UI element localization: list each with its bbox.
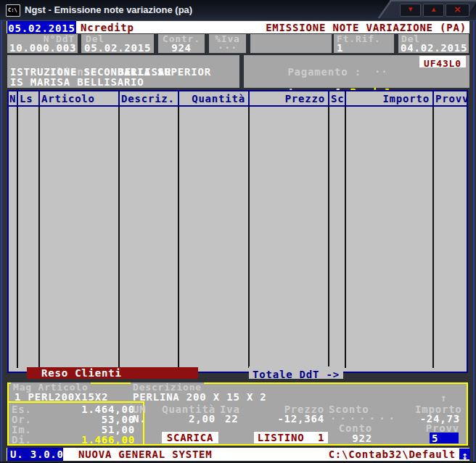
field-contr[interactable]: Contr. 924 (158, 34, 205, 53)
data-path: C:\Contab32\Default (246, 449, 456, 459)
field-contr-value[interactable]: 924 (158, 43, 205, 53)
col-header-descriz: Descriz. (121, 94, 175, 104)
column-separator (328, 107, 329, 368)
header-separator (248, 91, 250, 105)
client-name-line1: ISTRUZIONE SECONDARIA SUPERIOR (10, 67, 211, 77)
header-separator (17, 91, 18, 105)
company-name: NUOVA GENERAL SYSTEM (78, 449, 213, 459)
column-separator (38, 107, 40, 368)
provv-input[interactable]: 5 (430, 433, 459, 443)
status-bar: U. 3.0.0 NUOVA GENERAL SYSTEM C:\Contab3… (7, 448, 469, 461)
header-separator (345, 91, 346, 105)
field-ftrif[interactable]: Ft.Rif. 1 (334, 34, 394, 53)
column-separator (118, 107, 120, 368)
col-header-provv: Provv (435, 94, 469, 104)
col-header-n: N (9, 94, 17, 104)
stock-im-label: Im. (12, 425, 32, 435)
document-header-row: 05.02.2015 Ncreditp EMISSIONE NOTE VARIA… (7, 21, 469, 33)
stock-or-label: Or. (12, 414, 32, 425)
left-edge-accent (1, 20, 2, 462)
stock-di-label: Di. (12, 435, 32, 445)
conto-value[interactable]: 922 (332, 433, 372, 443)
header-separator (328, 91, 329, 105)
stock-es-value: 1.464,00 (38, 404, 135, 414)
col-header-importo: Importo (348, 94, 430, 104)
field-iva[interactable]: %Iva ··· (209, 34, 246, 53)
field-del1[interactable]: Del 05.02.2015 (81, 34, 154, 53)
right-edge-accent (473, 20, 475, 462)
window-title: Ngst - Emissione note variazione (pa) (25, 5, 192, 15)
office-code-field[interactable]: UF43L0 (419, 56, 466, 67)
column-separator (178, 107, 179, 368)
prezzo-value[interactable]: -12,364 (274, 414, 324, 424)
field-ftrif-value[interactable]: 1 (334, 43, 394, 53)
payment-panel: Pagamento :·· UF43L0 Ag.:1Bond James (244, 55, 469, 88)
close-button[interactable]: × (446, 4, 469, 17)
screen-title: EMISSIONE NOTE VARIAZIONE (PA) (246, 22, 467, 33)
field-del2[interactable]: Del 04.02.2015 (398, 34, 469, 53)
item-detail-panel: Mag Articolo Descrizione 1 PERL200X15X2 … (7, 382, 468, 446)
field-nddt[interactable]: N°DdT 10.000.003 (7, 34, 78, 53)
payment-label: Pagamento : (287, 66, 361, 78)
mag-articolo-value[interactable]: 1 PERL200X15X2 (15, 392, 108, 402)
application-window: C:\ Ngst - Emissione note variazione (pa… (0, 0, 476, 463)
field-iva-value[interactable]: ··· (209, 43, 246, 53)
stock-di-value: 1.466,00 (38, 435, 135, 445)
column-separator (17, 107, 18, 368)
stock-im-value: 51,00 (38, 425, 135, 435)
dos-prompt-icon: C:\ (6, 4, 20, 17)
header-separator (38, 91, 40, 105)
items-table[interactable]: N Ls Articolo Descriz. Quantità Prezzo S… (7, 90, 468, 373)
payment-value[interactable]: ·· (374, 66, 387, 78)
descrizione-value[interactable]: PERLINA 200 X 15 X 2 (133, 392, 267, 402)
resize-icon[interactable]: ↕ (459, 448, 470, 459)
listino-button[interactable]: LISTINO 1 (254, 432, 328, 443)
col-header-articolo: Articolo (41, 94, 95, 104)
client-panel: Cliente :BELLISAR ISTRUZIONE SECONDARIA … (7, 55, 239, 88)
header-separator (432, 91, 434, 105)
field-del2-value[interactable]: 04.02.2015 (398, 43, 469, 53)
items-table-header: N Ls Articolo Descriz. Quantità Prezzo S… (9, 91, 467, 107)
iva-value[interactable]: 22 (225, 414, 238, 424)
provv-label: Provv (423, 423, 459, 433)
stock-box: Es. 1.464,00 Or. 53,00 Im. 51,00 Di. 1.4… (7, 401, 144, 446)
col-header-ls: Ls (20, 94, 33, 104)
reso-clienti-banner: Reso Clienti (27, 367, 198, 379)
column-separator (248, 107, 250, 368)
minimize-button[interactable]: ▾ (400, 4, 421, 17)
col-header-sc: Sc (331, 94, 344, 104)
client-name-line2: IS MARISA BELLISARIO (10, 77, 144, 87)
version-badge: U. 3.0.0 (7, 448, 63, 461)
field-empty[interactable] (250, 34, 332, 53)
arrow-up-icon: ↑ (440, 393, 447, 403)
column-separator (432, 107, 434, 368)
header-separator (118, 91, 120, 105)
column-separator (345, 107, 346, 368)
header-separator (178, 91, 179, 105)
um-value[interactable]: N. (133, 414, 146, 424)
maximize-button[interactable]: ▴ (423, 4, 444, 17)
scarica-button[interactable]: SCARICA (162, 432, 218, 443)
field-del1-value[interactable]: 05.02.2015 (81, 43, 154, 53)
document-type-label: Ncreditp (81, 22, 134, 33)
title-bar[interactable]: C:\ Ngst - Emissione note variazione (pa… (0, 0, 476, 21)
field-nddt-value[interactable]: 10.000.003 (7, 43, 78, 53)
stock-or-value: 53,00 (38, 414, 135, 425)
quantita-value[interactable]: 2,00 (150, 414, 216, 424)
col-header-quantita: Quantità (179, 94, 245, 104)
col-header-prezzo: Prezzo (252, 94, 325, 104)
document-date-field[interactable]: 05.02.2015 (7, 21, 76, 33)
stock-es-label: Es. (12, 404, 32, 414)
totale-ddt-label: Totale DdT -> (249, 366, 343, 379)
conto-label: Conto (336, 423, 372, 433)
